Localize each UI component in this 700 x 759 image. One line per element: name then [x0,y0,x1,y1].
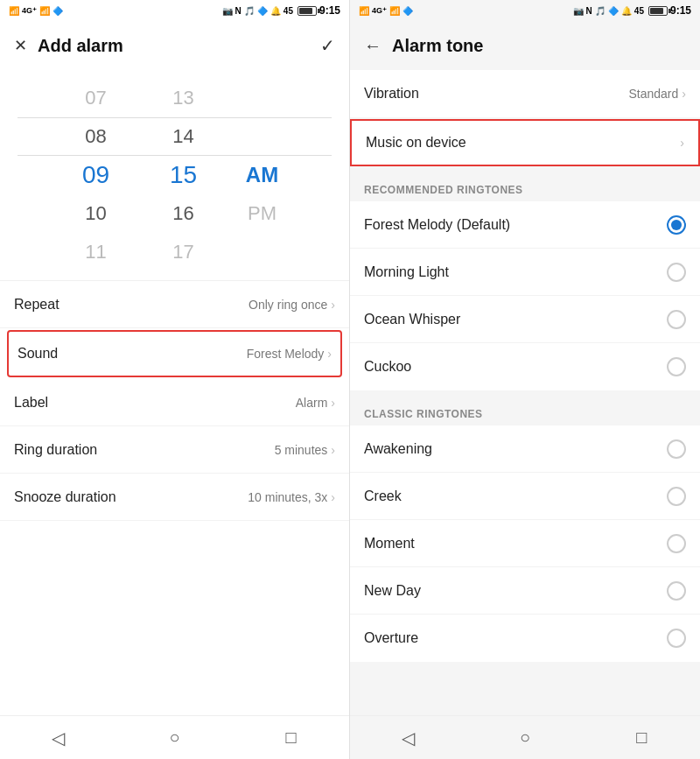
hour-11[interactable]: 11 [52,233,140,271]
snooze-duration-label: Snooze duration [14,489,116,505]
settings-list: Repeat Only ring once › Sound Forest Mel… [0,281,349,715]
label-row[interactable]: Label Alarm › [0,379,349,426]
ringtone-moment-label: Moment [364,536,415,552]
ampm-column[interactable]: AM PM [228,79,298,271]
r-battery-label: 45 [634,6,644,16]
sound-icon: 🎵 [244,6,255,16]
repeat-row[interactable]: Repeat Only ring once › [0,281,349,328]
vibration-value: Standard › [629,87,687,101]
ringtone-ocean-whisper-radio[interactable] [667,310,686,329]
ringtone-awakening-radio[interactable] [667,439,686,459]
r-signal2-icon: 4G⁺ [372,6,387,15]
ringtone-moment-radio[interactable] [667,534,686,553]
classic-ringtones-section: Awakening Creek Moment New Day Overture [350,425,700,662]
snooze-duration-chevron: › [331,490,335,504]
ringtone-morning-light-label: Morning Light [364,264,449,280]
minute-16[interactable]: 16 [140,194,228,233]
snooze-duration-row[interactable]: Snooze duration 10 minutes, 3x › [0,474,349,521]
close-button[interactable]: ✕ [14,36,27,55]
right-bottom-nav: ◁ ○ □ [350,715,700,759]
r-back-nav-button[interactable]: ◁ [391,720,426,755]
left-status-bar: 📶 4G⁺ 📶 🔷 📷 N 🎵 🔷 🔔 45 9:15 [0,0,349,21]
ringtone-creek[interactable]: Creek [350,473,700,520]
ringtone-creek-radio[interactable] [667,487,686,506]
minute-column[interactable]: 13 14 15 16 17 [140,79,228,271]
left-time: 9:15 [319,4,340,17]
time-picker[interactable]: 07 08 09 10 11 13 14 15 16 17 AM PM [0,70,349,281]
signal2-icon: 4G⁺ [22,6,37,15]
recommended-ringtones-section: Forest Melody (Default) Morning Light Oc… [350,201,700,390]
r-bt-icon: 🔷 [402,6,413,16]
sound-row[interactable]: Sound Forest Melody › [7,330,342,377]
bt2-icon: 🔷 [257,6,268,16]
pm-option[interactable]: PM [248,194,276,233]
minute-14[interactable]: 14 [140,117,228,156]
r-signal-icon: 📶 [359,6,369,16]
hour-10[interactable]: 10 [52,194,140,233]
repeat-value: Only ring once › [248,298,335,312]
r-recent-nav-button[interactable]: □ [624,720,659,755]
ringtone-morning-light[interactable]: Morning Light [350,249,700,296]
hour-09-selected[interactable]: 09 [52,156,140,194]
ringtone-creek-label: Creek [364,488,402,504]
music-on-device-chevron: › [680,136,684,150]
label-chevron: › [331,396,335,410]
ringtone-forest-melody[interactable]: Forest Melody (Default) [350,201,700,249]
camera-icon: 📷 [222,6,233,16]
ring-duration-value: 5 minutes › [275,443,335,457]
minute-17[interactable]: 17 [140,233,228,271]
right-content: Vibration Standard › Music on device › R… [350,70,700,715]
ringtone-new-day[interactable]: New Day [350,567,700,615]
hour-08[interactable]: 08 [52,117,140,156]
r-bell-icon: 🔔 [621,6,632,16]
home-nav-button[interactable]: ○ [158,720,192,755]
recent-nav-button[interactable]: □ [274,720,309,755]
sound-chevron: › [327,347,332,361]
ringtone-awakening-label: Awakening [364,441,432,457]
signal-icon: 📶 [9,6,19,16]
music-on-device-row[interactable]: Music on device › [350,119,700,166]
ring-duration-chevron: › [331,443,335,457]
left-bottom-nav: ◁ ○ □ [0,715,349,759]
ringtone-new-day-label: New Day [364,583,421,599]
music-on-device-label: Music on device [366,135,466,151]
battery-icon [298,6,317,16]
vibration-value-text: Standard [629,87,679,101]
minute-13[interactable]: 13 [140,79,228,117]
ringtone-cuckoo-label: Cuckoo [364,359,411,375]
time-columns: 07 08 09 10 11 13 14 15 16 17 AM PM [0,79,349,271]
back-nav-button[interactable]: ◁ [41,720,76,755]
minute-15-selected[interactable]: 15 [140,156,228,194]
r-home-nav-button[interactable]: ○ [508,720,542,755]
ringtone-overture-radio[interactable] [667,629,686,648]
vibration-row[interactable]: Vibration Standard › [350,70,700,117]
ringtone-overture-label: Overture [364,630,418,646]
ringtone-cuckoo[interactable]: Cuckoo [350,343,700,390]
ringtone-cuckoo-radio[interactable] [667,357,686,376]
ringtone-forest-melody-radio[interactable] [667,215,686,235]
r-camera-icon: 📷 [573,6,584,16]
sound-label: Sound [18,346,58,362]
recommended-header: RECOMMENDED RINGTONES [350,173,700,201]
right-status-right: 📷 N 🎵 🔷 🔔 45 9:15 [573,4,691,17]
n-icon: N [235,6,242,16]
right-back-button[interactable]: ← [364,36,382,56]
r-n-icon: N [586,6,592,16]
ring-duration-label: Ring duration [14,442,97,458]
am-selected[interactable]: AM [246,156,278,194]
confirm-button[interactable]: ✓ [320,35,335,56]
vibrate-icon: 🔔 [270,6,281,16]
ring-duration-row[interactable]: Ring duration 5 minutes › [0,426,349,474]
hour-07[interactable]: 07 [52,79,140,117]
ringtone-overture[interactable]: Overture [350,615,700,662]
sound-value: Forest Melody › [247,347,332,361]
ringtone-ocean-whisper[interactable]: Ocean Whisper [350,296,700,343]
r-bt2-icon: 🔷 [608,6,619,16]
ringtone-new-day-radio[interactable] [667,581,686,601]
ringtone-moment[interactable]: Moment [350,520,700,567]
ringtone-awakening[interactable]: Awakening [350,425,700,473]
repeat-chevron: › [331,298,335,312]
ringtone-morning-light-radio[interactable] [667,263,686,282]
hour-column[interactable]: 07 08 09 10 11 [52,79,140,271]
vibration-label: Vibration [364,86,419,102]
